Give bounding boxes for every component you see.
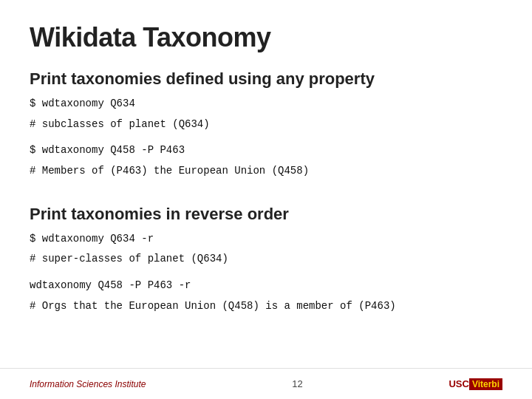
code-line-2-2: # Members of (P463) the European Union (… [30, 163, 502, 180]
code-line-1-1: $ wdtaxonomy Q634 [30, 96, 502, 112]
code-line-4-1: wdtaxonomy Q458 -P P463 -r [30, 278, 502, 294]
code-line-4-2: # Orgs that the European Union (Q458) is… [30, 299, 502, 315]
section2: Print taxonomies in reverse order $ wdta… [30, 205, 502, 325]
footer-page-number: 12 [292, 378, 302, 389]
code-group-2: $ wdtaxonomy Q458 -P P463 # Members of (… [30, 143, 502, 179]
footer-usc-text: USC [449, 378, 468, 389]
code-line-2-1: $ wdtaxonomy Q458 -P P463 [30, 143, 502, 159]
section2-heading: Print taxonomies in reverse order [30, 205, 502, 224]
code-group-1: $ wdtaxonomy Q634 # subclasses of planet… [30, 96, 502, 132]
slide-title: Wikidata Taxonomy [30, 22, 502, 53]
section1-heading: Print taxonomies defined using any prope… [30, 69, 502, 89]
code-group-4: wdtaxonomy Q458 -P P463 -r # Orgs that t… [30, 278, 502, 314]
code-line-3-1: $ wdtaxonomy Q634 -r [30, 231, 502, 248]
section1: Print taxonomies defined using any prope… [30, 69, 502, 190]
footer-logo: USCViterbi [449, 378, 502, 389]
footer-viterbi-text: Viterbi [469, 378, 502, 390]
code-group-3: $ wdtaxonomy Q634 -r # super-classes of … [30, 231, 502, 267]
code-line-3-2: # super-classes of planet (Q634) [30, 251, 502, 267]
footer: Information Sciences Institute 12 USCVit… [0, 368, 532, 399]
footer-institute-label: Information Sciences Institute [30, 379, 146, 389]
slide: Wikidata Taxonomy Print taxonomies defin… [0, 0, 532, 399]
code-line-1-2: # subclasses of planet (Q634) [30, 117, 502, 133]
